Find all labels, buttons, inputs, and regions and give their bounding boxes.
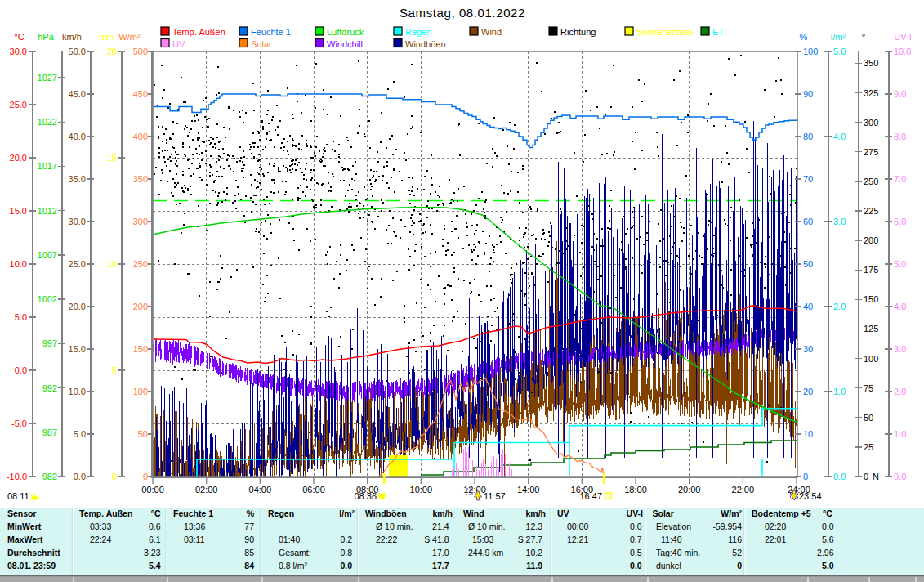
- svg-text:0: 0: [737, 561, 742, 571]
- svg-text:18:00: 18:00: [624, 485, 647, 495]
- svg-text:15:03: 15:03: [472, 535, 493, 544]
- svg-text:11:57: 11:57: [484, 491, 506, 501]
- svg-text:UV: UV: [557, 508, 569, 518]
- svg-text:500: 500: [133, 47, 148, 56]
- svg-text:25.0: 25.0: [69, 259, 86, 269]
- svg-text:25.0: 25.0: [10, 100, 27, 110]
- svg-text:125: 125: [864, 324, 878, 334]
- svg-text:02:28: 02:28: [765, 522, 786, 531]
- svg-text:20:00: 20:00: [678, 485, 701, 495]
- svg-text:0.0: 0.0: [822, 522, 834, 531]
- svg-text:16:47: 16:47: [579, 491, 602, 501]
- svg-text:35.0: 35.0: [69, 174, 86, 184]
- svg-text:08.01. 23:59: 08.01. 23:59: [7, 561, 56, 571]
- svg-text:0.5: 0.5: [630, 548, 642, 557]
- svg-text:5.0: 5.0: [894, 259, 906, 269]
- svg-text:UV: UV: [172, 39, 185, 49]
- svg-text:Wind: Wind: [481, 27, 502, 37]
- svg-text:250: 250: [864, 177, 878, 186]
- svg-text:84: 84: [244, 561, 254, 571]
- svg-text:Feuchte 1: Feuchte 1: [251, 27, 291, 37]
- svg-text:982: 982: [42, 472, 57, 481]
- svg-text:Gesamt:: Gesamt:: [279, 548, 311, 557]
- svg-text:50.0: 50.0: [69, 47, 86, 56]
- svg-text:10.2: 10.2: [526, 548, 543, 557]
- svg-text:°: °: [862, 32, 865, 42]
- svg-text:-59.954: -59.954: [712, 522, 742, 531]
- svg-text:3.23: 3.23: [144, 548, 161, 557]
- svg-text:25: 25: [864, 442, 873, 452]
- svg-text:°C: °C: [151, 508, 161, 518]
- svg-text:200: 200: [864, 235, 878, 245]
- svg-text:1002: 1002: [38, 294, 57, 304]
- svg-text:15.0: 15.0: [69, 344, 86, 354]
- svg-text:15.0: 15.0: [10, 206, 27, 216]
- svg-text:0: 0: [864, 472, 868, 481]
- svg-text:15: 15: [107, 153, 117, 163]
- svg-text:23:54: 23:54: [799, 491, 822, 501]
- svg-text:20.0: 20.0: [10, 153, 27, 163]
- svg-text:30.0: 30.0: [69, 217, 86, 226]
- svg-text:100: 100: [803, 47, 818, 56]
- svg-text:90: 90: [244, 535, 254, 544]
- svg-text:100: 100: [864, 354, 878, 364]
- svg-text:17.0: 17.0: [432, 548, 449, 557]
- svg-text:250: 250: [133, 259, 148, 269]
- svg-text:UV-I: UV-I: [894, 32, 911, 42]
- svg-text:1.0: 1.0: [833, 387, 846, 396]
- svg-text:N: N: [873, 472, 879, 481]
- svg-text:20: 20: [803, 387, 813, 396]
- svg-text:Elevation: Elevation: [656, 522, 691, 531]
- svg-text:85: 85: [244, 548, 254, 557]
- svg-text:244.9 km: 244.9 km: [468, 548, 503, 557]
- svg-text:225: 225: [864, 206, 878, 216]
- svg-text:MaxWert: MaxWert: [7, 535, 43, 544]
- svg-text:0.0: 0.0: [15, 365, 27, 375]
- svg-text:992: 992: [42, 383, 57, 393]
- svg-text:987: 987: [42, 428, 57, 437]
- svg-text:17.7: 17.7: [432, 561, 449, 571]
- svg-text:S 27.7: S 27.7: [518, 535, 543, 544]
- svg-text:Bodentemp +5: Bodentemp +5: [752, 508, 811, 518]
- svg-text:75: 75: [864, 383, 873, 393]
- svg-text:l/m²: l/m²: [831, 32, 846, 42]
- svg-text:6.1: 6.1: [149, 535, 161, 544]
- svg-text:Richtung: Richtung: [560, 27, 596, 37]
- svg-text:1.0: 1.0: [894, 429, 906, 439]
- svg-text:-5.0: -5.0: [11, 419, 27, 428]
- svg-text:5.0: 5.0: [833, 47, 846, 56]
- svg-text:MinWert: MinWert: [7, 522, 42, 531]
- svg-text:10.0: 10.0: [10, 259, 27, 269]
- svg-text:2.0: 2.0: [833, 302, 846, 311]
- svg-text:200: 200: [133, 302, 148, 311]
- svg-text:350: 350: [864, 58, 878, 68]
- svg-text:10:00: 10:00: [410, 485, 433, 495]
- svg-text:10.0: 10.0: [894, 47, 911, 56]
- svg-text:6.0: 6.0: [894, 217, 906, 226]
- svg-text:90: 90: [803, 89, 813, 99]
- svg-text:100: 100: [133, 387, 148, 396]
- svg-text:22:01: 22:01: [765, 535, 786, 544]
- svg-text:Sensor: Sensor: [7, 508, 37, 518]
- svg-text:0.0: 0.0: [340, 561, 352, 571]
- svg-text:Windchill: Windchill: [327, 39, 363, 49]
- svg-text:0: 0: [143, 472, 148, 481]
- svg-text:km/h: km/h: [525, 508, 546, 518]
- svg-text:5.6: 5.6: [822, 535, 834, 544]
- svg-text:UV-I: UV-I: [627, 508, 644, 518]
- svg-text:00:00: 00:00: [567, 522, 588, 531]
- svg-text:°C: °C: [14, 32, 24, 42]
- svg-text:22:00: 22:00: [732, 485, 755, 495]
- svg-text:hPa: hPa: [38, 32, 54, 42]
- svg-text:1027: 1027: [38, 73, 57, 83]
- svg-text:3.0: 3.0: [894, 344, 906, 354]
- svg-text:1012: 1012: [38, 206, 57, 216]
- svg-text:20.0: 20.0: [69, 302, 86, 311]
- svg-text:Windböen: Windböen: [405, 39, 446, 49]
- svg-text:0.8 l/m²: 0.8 l/m²: [279, 561, 308, 571]
- svg-text:Feuchte 1: Feuchte 1: [173, 508, 213, 518]
- svg-text:30: 30: [803, 344, 813, 354]
- svg-text:0.0: 0.0: [894, 472, 906, 481]
- svg-text:Temp. Außen: Temp. Außen: [79, 508, 132, 518]
- svg-text:km/h: km/h: [62, 32, 82, 42]
